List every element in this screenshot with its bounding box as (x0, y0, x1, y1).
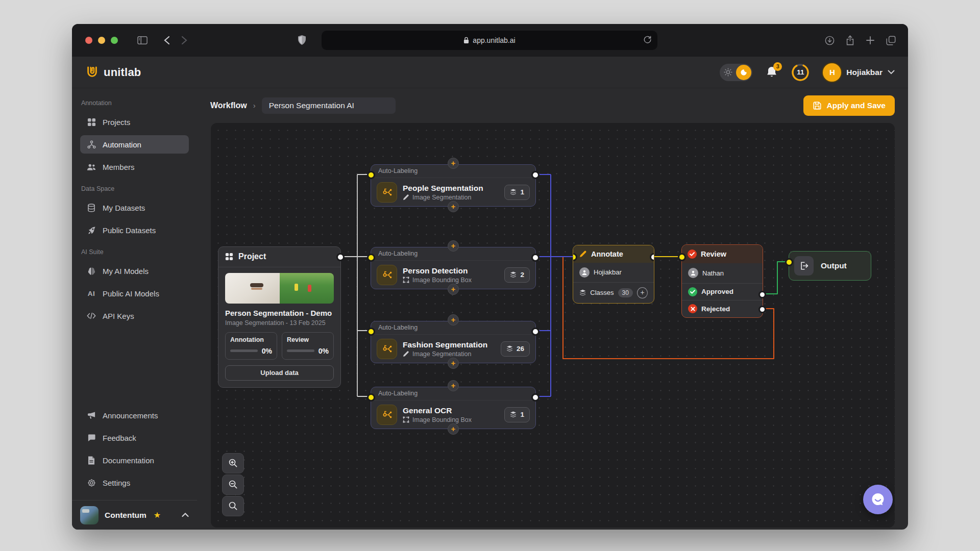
sidebar-item-public-datasets[interactable]: Public Datasets (80, 221, 189, 239)
zoom-out-button[interactable] (222, 474, 244, 495)
auto-labeling-node-person-detection[interactable]: + Auto-Labeling Person Detection Image B… (371, 247, 536, 289)
approved-output-handle[interactable] (758, 291, 766, 298)
rocket-icon (86, 226, 96, 235)
node-input-handle[interactable] (367, 171, 375, 179)
node-input-handle[interactable] (367, 328, 375, 336)
sidebar-item-public-ai-models[interactable]: AI Public AI Models (80, 284, 189, 303)
export-icon (794, 256, 814, 276)
review-node[interactable]: Review Nathan Approved (681, 244, 763, 318)
node-title: Person Detection (403, 266, 472, 276)
browser-back-icon[interactable] (164, 36, 170, 45)
annotate-title: Annotate (591, 250, 623, 258)
review-input-handle[interactable] (678, 253, 686, 261)
sidebar-item-my-ai-models[interactable]: My AI Models (80, 262, 189, 280)
sidebar-item-automation[interactable]: Automation (80, 135, 189, 154)
upload-data-button[interactable]: Upload data (225, 365, 334, 381)
node-output-handle[interactable] (531, 328, 540, 336)
output-input-handle[interactable] (785, 258, 793, 266)
workspace-name: Contentum (105, 511, 146, 520)
add-node-below-button[interactable]: + (448, 201, 459, 212)
breadcrumb-root[interactable]: Workflow (210, 101, 247, 110)
share-icon[interactable] (846, 35, 854, 45)
new-tab-icon[interactable] (866, 36, 875, 45)
browser-sidebar-toggle-icon[interactable] (137, 36, 148, 45)
address-bar[interactable]: app.unitlab.ai (322, 31, 657, 50)
gear-icon (86, 479, 96, 487)
user-menu[interactable]: H Hojiakbar (823, 63, 895, 82)
auto-labeling-node-general-ocr[interactable]: + Auto-Labeling General OCR Image Boundi… (371, 387, 536, 429)
notifications-button[interactable]: 3 (766, 66, 778, 79)
datasets-icon (86, 204, 96, 212)
review-approved-row[interactable]: Approved (682, 284, 763, 300)
maximize-window-button[interactable] (111, 37, 118, 44)
thumbnail-yoga (225, 273, 280, 304)
add-node-above-button[interactable]: + (448, 314, 459, 325)
classes-label: Classes (590, 289, 614, 296)
model-count-badge[interactable]: 1 (504, 185, 530, 200)
add-node-above-button[interactable]: + (448, 380, 459, 391)
sidebar-item-announcements[interactable]: Announcements (80, 406, 189, 424)
auto-labeling-node-people-segmentation[interactable]: + Auto-Labeling People Segmentation Imag… (371, 164, 536, 207)
workspace-switcher[interactable]: Contentum ★ (72, 500, 197, 530)
project-node[interactable]: Project Person Segmentation - Demo Image… (218, 246, 341, 388)
sidebar-item-my-datasets[interactable]: My Datasets (80, 198, 189, 217)
node-output-handle[interactable] (531, 171, 540, 179)
workflow-canvas[interactable]: Project Person Segmentation - Demo Image… (211, 123, 895, 528)
rejected-output-handle[interactable] (758, 306, 766, 313)
sidebar-item-projects[interactable]: Projects (80, 113, 189, 131)
annotate-member[interactable]: Hojiakbar (573, 263, 654, 283)
reload-icon[interactable] (643, 35, 652, 44)
sidebar-item-api-keys[interactable]: API Keys (80, 307, 189, 325)
zoom-in-button[interactable] (222, 453, 244, 473)
unitlab-logo[interactable]: unitlab (85, 65, 141, 79)
annotate-node[interactable]: Annotate Hojiakbar Classes 30 + (573, 245, 654, 304)
apply-and-save-button[interactable]: Apply and Save (803, 95, 895, 116)
sidebar-item-feedback[interactable]: Feedback (80, 429, 189, 447)
sidebar-item-members[interactable]: Members (80, 158, 189, 176)
add-node-above-button[interactable]: + (448, 240, 459, 252)
model-count-badge[interactable]: 26 (501, 341, 530, 357)
support-chat-button[interactable] (863, 485, 893, 514)
members-icon (86, 163, 96, 171)
review-percent: 0% (318, 347, 329, 355)
add-node-below-button[interactable]: + (448, 423, 459, 435)
chevron-down-icon (888, 70, 895, 74)
node-output-handle[interactable] (531, 393, 540, 402)
tab-overview-icon[interactable] (886, 36, 896, 45)
privacy-shield-icon[interactable] (298, 35, 306, 45)
annotate-output-handle[interactable] (650, 253, 654, 261)
annotate-classes-row[interactable]: Classes 30 + (573, 283, 654, 303)
add-node-above-button[interactable]: + (448, 158, 459, 169)
output-node[interactable]: Output (789, 251, 871, 281)
model-count-badge[interactable]: 2 (504, 267, 530, 283)
review-progress-bar (287, 349, 314, 352)
pencil-icon (403, 194, 409, 201)
browser-forward-icon[interactable] (181, 36, 187, 45)
node-output-handle[interactable] (531, 254, 540, 262)
user-avatar: H (823, 63, 841, 82)
light-mode-icon[interactable] (721, 68, 735, 77)
model-count-badge[interactable]: 1 (504, 407, 530, 422)
theme-toggle[interactable] (720, 64, 752, 81)
review-rejected-row[interactable]: Rejected (682, 300, 763, 317)
sidebar-item-documentation[interactable]: Documentation (80, 451, 189, 469)
downloads-icon[interactable] (825, 36, 835, 45)
ai-icon: AI (86, 290, 96, 297)
sidebar: Annotation Projects Automation Members D… (72, 88, 197, 530)
workflow-title-field[interactable]: Person Segmentation AI (262, 97, 396, 114)
zoom-fit-button[interactable] (222, 496, 244, 516)
progress-counter[interactable]: 11 (791, 63, 810, 82)
add-node-below-button[interactable]: + (448, 358, 459, 369)
add-class-button[interactable]: + (637, 287, 648, 298)
sidebar-item-settings[interactable]: Settings (80, 473, 189, 492)
node-input-handle[interactable] (367, 393, 375, 402)
auto-labeling-node-fashion-segmentation[interactable]: + Auto-Labeling Fashion Segmentation Ima… (371, 321, 536, 363)
minimize-window-button[interactable] (98, 37, 105, 44)
sidebar-item-label: Announcements (103, 411, 158, 420)
node-input-handle[interactable] (367, 254, 375, 262)
dark-mode-icon[interactable] (736, 65, 751, 80)
review-member[interactable]: Nathan (682, 263, 763, 284)
add-node-below-button[interactable]: + (448, 284, 459, 295)
close-window-button[interactable] (85, 37, 92, 44)
project-output-handle[interactable] (336, 253, 345, 261)
